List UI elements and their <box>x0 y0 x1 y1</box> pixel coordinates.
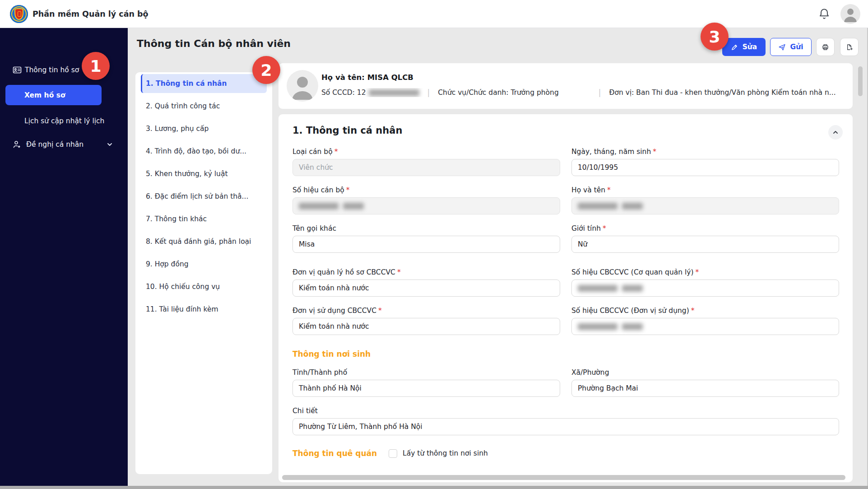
field-label: Số hiệu cán bộ* <box>292 186 560 194</box>
input-so-hieu-co-quan[interactable] <box>571 279 839 297</box>
input-tinh-thanh-pho[interactable]: Thành phố Hà Nội <box>292 380 560 397</box>
person-info-line: Số CCCD: 12 | Chức vụ/Chức danh: Trưởng … <box>321 88 844 97</box>
sidebar: Thông tin hồ sơ Xem hồ sơ Lịch sử cập nh… <box>0 28 128 489</box>
sidebar-item-label: Đề nghị cá nhân <box>26 140 84 149</box>
birth-place-section-title: Thông tin nơi sinh <box>292 349 839 359</box>
edit-button-label: Sửa <box>743 43 757 51</box>
nav-item-2-qua-trinh-cong-tac[interactable]: 2. Quá trình công tác <box>135 95 272 117</box>
input-ten-goi-khac[interactable]: Misa <box>292 236 560 253</box>
redacted-value <box>343 203 364 210</box>
required-marker: * <box>397 268 401 276</box>
nav-item-8-ket-qua-danh-gia[interactable]: 8. Kết quả đánh giá, phân loại <box>135 230 272 253</box>
chevron-down-icon <box>107 141 113 148</box>
document-export-icon <box>845 43 853 51</box>
printer-icon <box>822 43 829 51</box>
app-title: Phần mềm Quản lý cán bộ <box>32 0 149 28</box>
field-label: Tỉnh/Thành phố <box>292 368 560 377</box>
collapse-section-button[interactable] <box>828 125 843 140</box>
input-chi-tiet[interactable]: Phường Từ Liêm, Thành phố Hà Nội <box>292 418 839 435</box>
divider: | <box>599 88 601 97</box>
nav-item-3-luong-phu-cap[interactable]: 3. Lương, phụ cấp <box>135 117 272 140</box>
window-bottom-edge <box>0 486 868 489</box>
input-gioi-tinh[interactable]: Nữ <box>571 236 839 253</box>
field-label: Ngày, tháng, năm sinh* <box>571 148 839 156</box>
field-label: Đơn vị quản lý hồ sơ CBCCVC* <box>292 268 560 276</box>
form-section-title: 1. Thông tin cá nhân <box>292 125 839 136</box>
annotation-step-1: 1 <box>82 52 110 80</box>
nav-item-9-hop-dong[interactable]: 9. Hợp đồng <box>135 253 272 275</box>
app-header: Phần mềm Quản lý cán bộ <box>0 0 868 28</box>
print-button[interactable] <box>816 38 835 56</box>
paper-plane-icon <box>778 43 786 51</box>
annotation-step-3: 3 <box>701 23 729 51</box>
person-star-icon <box>13 140 22 149</box>
input-don-vi-su-dung[interactable]: Kiểm toán nhà nước <box>292 318 560 335</box>
field-label: Giới tính* <box>571 224 839 233</box>
sidebar-item-lich-su-cap-nhat[interactable]: Lịch sử cập nhật lý lịch <box>0 112 128 130</box>
redacted-value <box>578 203 617 210</box>
input-loai-can-bo[interactable]: Viên chức <box>292 159 560 176</box>
user-avatar[interactable] <box>840 4 860 24</box>
nav-item-10-ho-chieu-cong-vu[interactable]: 10. Hộ chiếu công vụ <box>135 275 272 298</box>
redacted-value <box>299 203 339 210</box>
nav-item-6-dac-diem-lich-su[interactable]: 6. Đặc điểm lịch sử bản thâ... <box>135 185 272 208</box>
nav-item-1-thong-tin-ca-nhan[interactable]: 1. Thông tin cá nhân <box>141 74 267 93</box>
id-card-icon <box>13 65 22 75</box>
personal-info-form: 1. Thông tin cá nhân Loại cán bộ* Viên c… <box>279 114 853 482</box>
input-don-vi-quan-ly[interactable]: Kiểm toán nhà nước <box>292 279 560 297</box>
sidebar-item-label: Lịch sử cập nhật lý lịch <box>24 117 104 125</box>
required-marker: * <box>378 307 382 315</box>
redacted-value <box>622 285 643 292</box>
person-photo <box>287 70 318 102</box>
nav-item-11-tai-lieu-dinh-kem[interactable]: 11. Tài liệu đính kèm <box>135 298 272 321</box>
vertical-scrollbar[interactable] <box>858 66 863 96</box>
field-label: Số hiệu CBCCVC (Đơn vị sử dụng)* <box>571 307 839 315</box>
send-button[interactable]: Gửi <box>770 38 812 56</box>
required-marker: * <box>695 268 699 276</box>
send-button-label: Gửi <box>790 43 803 51</box>
chevron-up-icon <box>832 129 839 135</box>
field-label: Tên gọi khác <box>292 224 560 233</box>
required-marker: * <box>607 186 611 194</box>
input-ho-va-ten[interactable] <box>571 197 839 214</box>
input-so-hieu-can-bo[interactable] <box>292 197 560 214</box>
checkbox-label: Lấy từ thông tin nơi sinh <box>403 449 488 457</box>
field-label: Số hiệu CBCCVC (Cơ quan quản lý)* <box>571 268 839 276</box>
pencil-icon <box>731 43 738 51</box>
annotation-step-2: 2 <box>252 56 280 84</box>
input-so-hieu-don-vi[interactable] <box>571 318 839 335</box>
person-position: Chức vụ/Chức danh: Trưởng phòng <box>438 88 558 97</box>
horizontal-scrollbar[interactable] <box>282 475 845 480</box>
notification-bell-icon[interactable] <box>818 8 831 20</box>
edit-button[interactable]: Sửa <box>722 38 766 56</box>
required-marker: * <box>334 148 338 156</box>
redacted-cccd <box>369 89 419 96</box>
required-marker: * <box>346 186 350 194</box>
sidebar-item-xem-ho-so[interactable]: Xem hồ sơ <box>5 85 102 105</box>
state-audit-logo-icon <box>10 5 28 23</box>
input-ngay-sinh[interactable]: 10/10/1995 <box>571 159 839 176</box>
profile-section-nav: 1. Thông tin cá nhân 2. Quá trình công t… <box>135 72 272 474</box>
hometown-section-title: Thông tin quê quán <box>292 449 377 458</box>
sidebar-item-label: Thông tin hồ sơ <box>25 66 79 74</box>
page-title: Thông tin Cán bộ nhân viên <box>137 38 291 49</box>
person-cccd: Số CCCD: 12 <box>321 88 419 97</box>
nav-item-4-trinh-do-dao-tao[interactable]: 4. Trình độ, đào tạo, bồi dư... <box>135 140 272 163</box>
required-marker: * <box>603 224 606 233</box>
nav-item-7-thong-tin-khac[interactable]: 7. Thông tin khác <box>135 208 272 230</box>
redacted-value <box>578 285 617 292</box>
required-marker: * <box>653 148 656 156</box>
checkbox-lay-tu-noi-sinh[interactable] <box>389 449 397 458</box>
required-marker: * <box>691 307 695 315</box>
field-label: Đơn vị sử dụng CBCCVC* <box>292 307 560 315</box>
field-label: Loại cán bộ* <box>292 148 560 156</box>
export-document-button[interactable] <box>840 38 859 56</box>
person-unit: Đơn vị: Ban Thi đua - khen thưởng/Văn ph… <box>609 88 836 97</box>
app-window: Phần mềm Quản lý cán bộ Thông tin hồ sơ <box>0 0 868 489</box>
input-xa-phuong[interactable]: Phường Bạch Mai <box>571 380 839 397</box>
nav-item-5-khen-thuong-ky-luat[interactable]: 5. Khen thưởng, kỷ luật <box>135 163 272 185</box>
person-name: Họ và tên: MISA QLCB <box>321 73 413 82</box>
sidebar-item-de-nghi-ca-nhan[interactable]: Đề nghị cá nhân <box>0 136 128 153</box>
redacted-value <box>578 323 617 330</box>
redacted-value <box>622 323 643 330</box>
